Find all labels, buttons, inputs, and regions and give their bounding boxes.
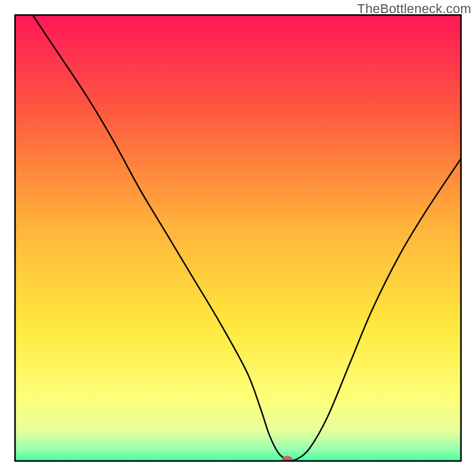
watermark-text: TheBottleneck.com <box>357 1 471 17</box>
plot-frame <box>14 14 462 462</box>
plot-svg <box>14 14 462 462</box>
chart-container: TheBottleneck.com <box>0 0 476 476</box>
plot-background-gradient <box>14 14 462 462</box>
